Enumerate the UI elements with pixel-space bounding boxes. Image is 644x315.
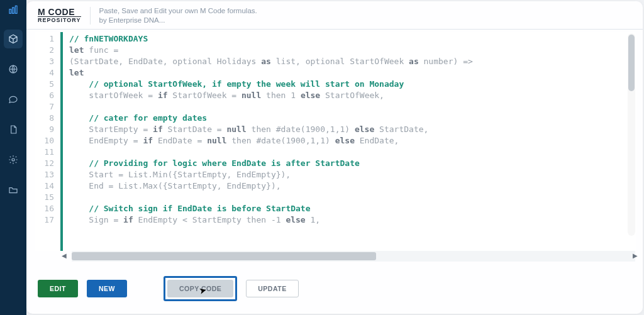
- code-editor[interactable]: 1234567891011121314151617 // fnNETWORKDA…: [35, 32, 636, 251]
- header-separator: [90, 7, 91, 25]
- new-button[interactable]: NEW: [87, 280, 127, 297]
- header: M CODE REPOSITORY Paste, Save and Edit y…: [26, 1, 643, 30]
- update-button[interactable]: UPDATE: [246, 280, 298, 297]
- code-line[interactable]: Start = List.Min({StartEmpty, EndEmpty})…: [69, 169, 631, 180]
- code-line[interactable]: // optional StartOfWeek, if empty the we…: [69, 79, 631, 90]
- nav-chat-icon[interactable]: [4, 90, 23, 109]
- horizontal-scrollbar[interactable]: ◀ ▶: [72, 251, 635, 262]
- scroll-left-icon[interactable]: ◀: [62, 252, 67, 259]
- line-number: 14: [35, 180, 54, 192]
- code-body[interactable]: // fnNETWORKDAYSlet func =(StartDate, En…: [63, 32, 636, 251]
- line-number: 9: [35, 124, 54, 135]
- code-line[interactable]: let: [69, 67, 631, 79]
- line-number: 10: [35, 135, 54, 146]
- code-line[interactable]: Sign = if EndEmpty < StartEmpty then -1 …: [69, 214, 631, 226]
- line-number: 6: [35, 90, 54, 101]
- logo-icon: [8, 5, 18, 18]
- sidebar: [0, 0, 26, 315]
- vertical-scroll-thumb[interactable]: [628, 35, 635, 91]
- line-number: 17: [35, 214, 54, 226]
- editor-area: 1234567891011121314151617 // fnNETWORKDA…: [26, 30, 643, 264]
- scroll-right-icon[interactable]: ▶: [633, 252, 638, 259]
- vertical-scrollbar[interactable]: [628, 33, 635, 236]
- code-line[interactable]: [69, 101, 631, 113]
- code-line[interactable]: [69, 192, 631, 203]
- copy-code-highlight: COPY CODE ➤: [164, 276, 237, 301]
- line-number: 4: [35, 67, 54, 79]
- line-number: 8: [35, 113, 54, 124]
- code-line[interactable]: // Providing for logic where EndDate is …: [69, 158, 631, 169]
- svg-point-4: [12, 158, 14, 161]
- tagline-line2: by Enterprise DNA...: [99, 16, 257, 25]
- horizontal-scroll-thumb[interactable]: [72, 252, 376, 260]
- code-line[interactable]: let func =: [69, 45, 631, 56]
- footer-toolbar: EDIT NEW COPY CODE ➤ UPDATE: [26, 264, 643, 314]
- code-line[interactable]: End = List.Max({StartEmpty, EndEmpty}),: [69, 180, 631, 192]
- brand-top: M CODE: [38, 8, 81, 16]
- code-line[interactable]: [69, 146, 631, 158]
- line-number: 1: [35, 33, 54, 45]
- edit-button[interactable]: EDIT: [38, 280, 78, 297]
- main-panel: M CODE REPOSITORY Paste, Save and Edit y…: [26, 1, 643, 314]
- nav-doc-icon[interactable]: [4, 120, 23, 139]
- svg-rect-1: [13, 8, 14, 13]
- code-line[interactable]: // cater for empty dates: [69, 113, 631, 124]
- line-number: 12: [35, 158, 54, 169]
- nav-gear-icon[interactable]: [4, 150, 23, 169]
- svg-rect-2: [15, 6, 17, 13]
- line-number: 3: [35, 56, 54, 67]
- line-number: 15: [35, 192, 54, 203]
- brand-bottom: REPOSITORY: [38, 16, 81, 23]
- code-line[interactable]: (StartDate, EndDate, optional Holidays a…: [69, 56, 631, 67]
- line-number: 13: [35, 169, 54, 180]
- nav-cube-icon[interactable]: [4, 30, 23, 48]
- line-number: 2: [35, 45, 54, 56]
- code-line[interactable]: // Switch sign if EndDate is before Star…: [69, 203, 631, 214]
- line-number: 7: [35, 101, 54, 113]
- brand: M CODE REPOSITORY: [38, 8, 81, 23]
- svg-rect-0: [9, 9, 11, 14]
- line-gutter: 1234567891011121314151617: [35, 32, 63, 251]
- line-number: 5: [35, 79, 54, 90]
- code-line[interactable]: startOfWeek = if StartOfWeek = null then…: [69, 90, 631, 101]
- nav-folder-icon[interactable]: [4, 180, 23, 199]
- tagline: Paste, Save and Edit your own M Code for…: [99, 6, 257, 25]
- tagline-line1: Paste, Save and Edit your own M Code for…: [99, 6, 257, 16]
- code-line[interactable]: // fnNETWORKDAYS: [69, 33, 631, 45]
- line-number: 11: [35, 146, 54, 158]
- code-line[interactable]: StartEmpty = if StartDate = null then #d…: [69, 124, 631, 135]
- nav-globe-icon[interactable]: [4, 60, 23, 79]
- code-line[interactable]: EndEmpty = if EndDate = null then #date(…: [69, 135, 631, 146]
- line-number: 16: [35, 203, 54, 214]
